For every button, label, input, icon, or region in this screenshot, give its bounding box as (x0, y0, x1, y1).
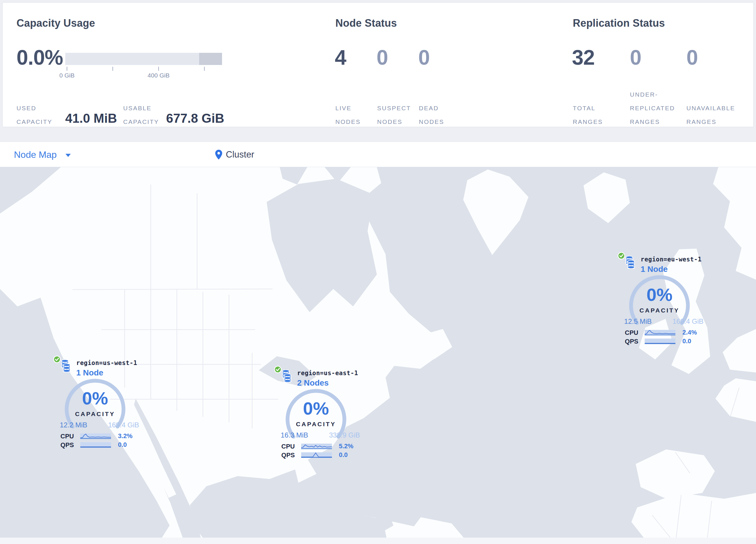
region-capacity-percent: 0% (284, 398, 348, 419)
region-capacity-label: CAPACITY (284, 421, 348, 428)
dead-nodes-label: DEADNODES (419, 91, 444, 128)
capacity-usage-bar (65, 53, 222, 65)
capacity-gauge (284, 387, 348, 451)
cpu-value: 2.4% (682, 329, 697, 336)
node-region-marker-us-east-1[interactable]: region=us-east-1 2 Nodes 0% CAPACITY 16.… (268, 366, 364, 463)
region-capacity-label: CAPACITY (628, 307, 691, 314)
capacity-bar-tick (204, 67, 205, 71)
database-icon (623, 256, 635, 269)
suspect-nodes-value: 0 (377, 46, 388, 69)
qps-value: 0.0 (118, 441, 127, 449)
chevron-down-icon (66, 154, 71, 157)
breadcrumb-cluster[interactable]: Cluster (215, 142, 254, 167)
cpu-sparkline (644, 329, 676, 336)
capacity-tick-label-400: 400 GiB (141, 72, 176, 79)
capacity-bar-tick (67, 67, 67, 71)
used-capacity-label: USED CAPACITY (17, 91, 52, 128)
unavailable-ranges-label: UNAVAILABLERANGES (686, 91, 735, 128)
suspect-nodes-label: SUSPECTNODES (377, 91, 411, 128)
unavailable-ranges-value: 0 (686, 46, 698, 69)
database-icon (280, 370, 292, 383)
region-name: region=us-west-1 (76, 360, 137, 367)
live-nodes-value: 4 (335, 46, 346, 69)
node-region-marker-eu-west-1[interactable]: region=eu-west-1 1 Node 0% CAPACITY 12.5… (612, 252, 707, 349)
landmass-iceland (584, 172, 630, 223)
under-replicated-ranges-value: 0 (630, 46, 641, 69)
qps-label: QPS (47, 441, 74, 449)
usable-capacity-label: USABLE CAPACITY (123, 91, 159, 128)
region-total-capacity: 169.4 GiB (673, 318, 704, 326)
region-capacity-label: CAPACITY (63, 411, 127, 418)
qps-sparkline (80, 441, 112, 448)
qps-value: 0.0 (682, 338, 691, 345)
node-map[interactable]: region=us-west-1 1 Node 0% CAPACITY 12.2… (0, 167, 756, 544)
capacity-gauge (63, 377, 127, 441)
qps-label: QPS (268, 452, 295, 459)
cpu-sparkline (80, 433, 112, 439)
cpu-label: CPU (612, 329, 638, 337)
view-selector-label: Node Map (14, 149, 57, 160)
capacity-bar-reserved-segment (199, 53, 222, 65)
total-ranges-label: TOTALRANGES (573, 91, 603, 128)
cpu-value: 5.2% (339, 443, 353, 450)
qps-sparkline (644, 338, 676, 344)
cpu-sparkline (301, 443, 332, 449)
region-used-capacity: 12.5 MiB (612, 318, 652, 326)
total-ranges-value: 32 (572, 46, 595, 69)
usable-capacity-value: 677.8 GiB (166, 111, 224, 126)
landmass-greenland (463, 169, 528, 255)
region-total-capacity: 338.9 GiB (329, 431, 360, 439)
capacity-gauge (628, 274, 691, 338)
dead-nodes-value: 0 (418, 46, 430, 69)
breadcrumb-label: Cluster (226, 149, 254, 160)
cluster-summary-panel: Capacity Usage 0.0% 0 GiB 400 GiB USED C… (2, 2, 754, 127)
region-capacity-percent: 0% (628, 284, 691, 305)
region-node-count: 2 Nodes (297, 378, 329, 388)
capacity-bar-tick (112, 67, 113, 71)
qps-sparkline (301, 452, 332, 458)
live-nodes-label: LIVENODES (335, 91, 361, 128)
database-icon (59, 360, 71, 373)
map-bottom-strip (0, 538, 756, 544)
landmass-africa (631, 493, 756, 544)
location-pin-icon (215, 150, 222, 159)
qps-label: QPS (612, 338, 638, 345)
cpu-label: CPU (268, 443, 295, 450)
region-node-count: 1 Node (641, 264, 668, 274)
capacity-usage-title: Capacity Usage (17, 17, 95, 29)
region-total-capacity: 169.4 GiB (108, 421, 139, 429)
view-selector-dropdown[interactable]: Node Map (14, 142, 71, 167)
region-used-capacity: 12.2 MiB (47, 421, 87, 429)
landmass-scandinavia (713, 167, 756, 280)
qps-value: 0.0 (339, 451, 348, 459)
region-used-capacity: 16.3 MiB (268, 431, 308, 439)
region-capacity-percent: 0% (63, 388, 127, 409)
region-name: region=us-east-1 (297, 370, 358, 377)
used-capacity-value: 41.0 MiB (65, 111, 117, 126)
map-toolbar: Node Map Cluster 10m Past 10 Minutes Now (0, 141, 756, 167)
cpu-label: CPU (47, 433, 74, 440)
capacity-bar-tick (158, 67, 159, 71)
node-status-title: Node Status (335, 17, 397, 29)
replication-status-title: Replication Status (573, 17, 665, 29)
region-name: region=eu-west-1 (641, 256, 702, 263)
node-region-marker-us-west-1[interactable]: region=us-west-1 1 Node 0% CAPACITY 12.2… (47, 356, 143, 453)
landmass-iberia (636, 449, 715, 499)
capacity-usage-percent: 0.0% (17, 46, 63, 69)
cpu-value: 3.2% (118, 432, 132, 440)
under-replicated-ranges-label: UNDER-REPLICATEDRANGES (630, 91, 675, 128)
region-node-count: 1 Node (76, 368, 103, 378)
capacity-tick-label-0: 0 GiB (50, 72, 84, 79)
